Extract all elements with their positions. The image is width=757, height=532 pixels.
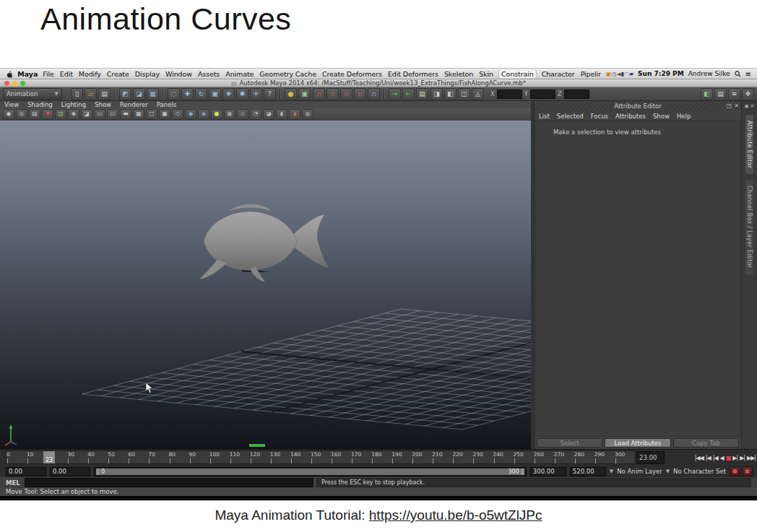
- menu-pipeline-cache[interactable]: Pipeline Cache: [581, 70, 601, 78]
- range-slider-left-handle[interactable]: [96, 468, 100, 475]
- panel-menu-show[interactable]: Show: [95, 101, 111, 108]
- snap-to-view-plane-icon[interactable]: ∩: [368, 88, 380, 100]
- timeline-tick-90[interactable]: 90: [189, 451, 209, 463]
- step-back-frame-button[interactable]: |◀: [713, 455, 718, 461]
- tab-channel-box-layer-editor[interactable]: Channel Box / Layer Editor: [745, 180, 753, 274]
- y-coordinate-input[interactable]: [530, 90, 555, 99]
- menu-skeleton[interactable]: Skeleton: [444, 70, 473, 78]
- menu-create-deformers[interactable]: Create Deformers: [322, 70, 382, 78]
- timeline-tick-240[interactable]: 240: [493, 451, 514, 463]
- resolution-gate-icon[interactable]: ▭: [107, 109, 118, 120]
- timeline-tick-180[interactable]: 180: [371, 451, 392, 463]
- scale-tool-icon[interactable]: ▣: [209, 88, 221, 100]
- grease-pencil-icon[interactable]: ◪: [81, 109, 92, 120]
- close-icon[interactable]: ✕: [750, 103, 755, 109]
- open-scene-icon[interactable]: ▱: [85, 88, 97, 100]
- timeline-tick-160[interactable]: 160: [331, 451, 351, 463]
- image-plane-icon[interactable]: ▧: [55, 109, 66, 120]
- panel-menu-view[interactable]: View: [4, 101, 19, 108]
- step-forward-key-button[interactable]: ▶|: [740, 455, 745, 461]
- snap-to-point-icon[interactable]: ∩: [340, 88, 352, 100]
- timeline-tick-150[interactable]: 150: [311, 451, 331, 463]
- timeline-ticks[interactable]: 0102030405060708090100110120130140150160…: [6, 450, 636, 464]
- timeline-tick-120[interactable]: 120: [250, 451, 270, 463]
- stop-button[interactable]: ■: [726, 455, 731, 461]
- menu-modify[interactable]: Modify: [79, 70, 101, 78]
- x-coordinate-input[interactable]: [497, 90, 522, 99]
- play-backwards-button[interactable]: ◀: [720, 455, 724, 461]
- perspective-viewport[interactable]: ViewShadingLightingShowRendererPanels ◉◎…: [0, 101, 531, 449]
- animation-preferences-icon[interactable]: ▣: [742, 466, 753, 476]
- timeline-tick-300[interactable]: 300: [615, 451, 635, 463]
- shadows-icon[interactable]: ●: [224, 109, 235, 120]
- menu-edit-deformers[interactable]: Edit Deformers: [388, 70, 438, 78]
- rotate-tool-icon[interactable]: ↻: [195, 88, 207, 100]
- select-component-icon[interactable]: ▦: [147, 88, 159, 100]
- range-slider-bar[interactable]: [96, 468, 524, 475]
- ae-menu-focus[interactable]: Focus: [591, 113, 608, 120]
- last-tool-icon[interactable]: ?: [264, 88, 276, 100]
- field-chart-icon[interactable]: ▦: [133, 109, 144, 120]
- viewport-canvas[interactable]: [0, 121, 531, 449]
- film-gate-icon[interactable]: ▭: [94, 109, 105, 120]
- bookmark-icon[interactable]: ▼: [42, 109, 53, 120]
- time-slider[interactable]: 0102030405060708090100110120130140150160…: [0, 449, 757, 466]
- apple-menu-icon[interactable]: [6, 70, 12, 78]
- timeline-tick-290[interactable]: 290: [594, 451, 615, 463]
- chevron-down-icon[interactable]: ▼: [666, 468, 670, 474]
- current-time-field[interactable]: 23.00: [636, 451, 665, 464]
- timeline-tick-110[interactable]: 110: [230, 451, 250, 463]
- two-d-pan-zoom-icon[interactable]: ◈: [68, 109, 79, 120]
- menu-skin[interactable]: Skin: [479, 70, 493, 78]
- lock-camera-icon[interactable]: ◎: [16, 109, 27, 120]
- range-slider-right-handle[interactable]: [521, 468, 524, 475]
- screen-space-ao-icon[interactable]: ●: [237, 109, 248, 120]
- output-connection-icon[interactable]: ⇤: [402, 88, 415, 100]
- menu-edit[interactable]: Edit: [60, 70, 73, 78]
- step-back-key-button[interactable]: |◀: [706, 455, 711, 461]
- menu-constrain[interactable]: Constrain: [499, 70, 536, 78]
- timeline-tick-140[interactable]: 140: [290, 451, 311, 463]
- snap-to-grid-icon[interactable]: ∩: [313, 88, 325, 100]
- playback-end-field[interactable]: 300.00: [530, 467, 566, 476]
- timeline-tick-230[interactable]: 230: [472, 451, 493, 463]
- auto-keyframe-icon[interactable]: ●: [730, 466, 740, 476]
- snap-to-projected-center-icon[interactable]: ∩: [354, 88, 366, 100]
- caption-link[interactable]: https://youtu.be/b-o5wtZlJPc: [369, 507, 542, 523]
- timeline-tick-260[interactable]: 260: [534, 451, 554, 463]
- timeline-tick-50[interactable]: 50: [108, 451, 128, 463]
- notification-center-icon[interactable]: ≡: [745, 71, 751, 77]
- range-slider[interactable]: 0 300: [94, 467, 527, 476]
- shaded-icon[interactable]: ◆: [185, 109, 196, 120]
- timeline-tick-130[interactable]: 130: [270, 451, 290, 463]
- snap-to-curve-icon[interactable]: ∩: [326, 88, 339, 100]
- panel-menu-panels[interactable]: Panels: [157, 101, 176, 108]
- show-manipulator-icon[interactable]: ✛: [250, 88, 262, 100]
- animation-end-field[interactable]: 520.00: [570, 467, 606, 476]
- menu-animate[interactable]: Animate: [225, 70, 254, 78]
- close-window-button[interactable]: [4, 81, 9, 86]
- safe-title-icon[interactable]: ▣: [159, 109, 170, 120]
- zoom-window-button[interactable]: [20, 81, 25, 86]
- menu-create[interactable]: Create: [107, 70, 129, 78]
- timeline-tick-60[interactable]: 60: [128, 451, 148, 463]
- texture-placement-icon[interactable]: ◍: [302, 109, 313, 120]
- lock-icon[interactable]: ●: [285, 88, 297, 100]
- timeline-tick-200[interactable]: 200: [412, 451, 432, 463]
- attribute-editor-header[interactable]: Attribute Editor ◳✕: [535, 101, 741, 111]
- pin-icon[interactable]: ◉: [745, 103, 749, 109]
- camera-attributes-icon[interactable]: ▤: [29, 109, 40, 120]
- use-all-lights-icon[interactable]: ●: [211, 109, 222, 120]
- timeline-tick-100[interactable]: 100: [209, 451, 230, 463]
- timeline-tick-280[interactable]: 280: [574, 451, 594, 463]
- isolate-select-icon[interactable]: ◗: [289, 109, 300, 120]
- playback-start-field[interactable]: 0.00: [50, 467, 90, 476]
- input-flag-icon[interactable]: ▰: [629, 71, 633, 77]
- panel-menu-lighting[interactable]: Lighting: [61, 101, 86, 108]
- character-set-dropdown[interactable]: No Character Set: [673, 468, 726, 475]
- menu-bar-user[interactable]: Andrew Silke: [688, 70, 730, 77]
- tab-attribute-editor[interactable]: Attribute Editor: [745, 115, 753, 174]
- ae-menu-attributes[interactable]: Attributes: [615, 113, 646, 120]
- go-to-end-button[interactable]: ▶▶|: [747, 455, 756, 461]
- ipr-render-icon[interactable]: ◫: [458, 88, 470, 100]
